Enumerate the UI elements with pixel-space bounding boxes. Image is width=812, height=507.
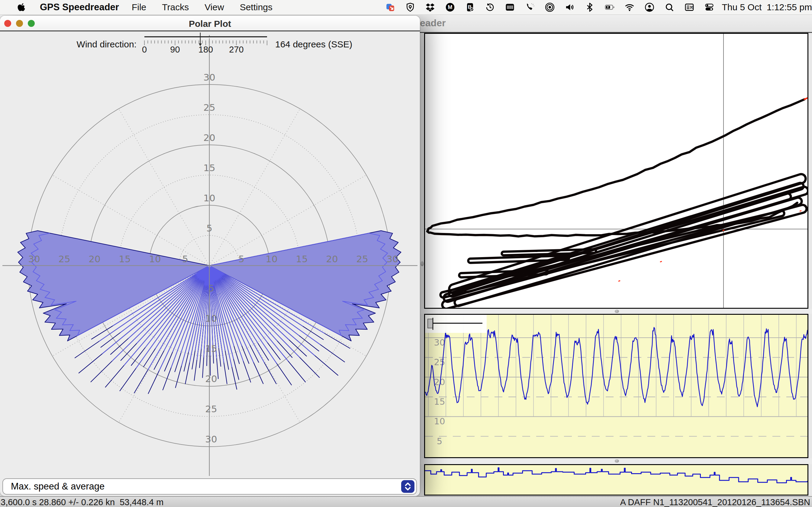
svg-text:5: 5 (208, 283, 214, 294)
menu-file[interactable]: File (132, 2, 146, 12)
svg-text:15: 15 (296, 253, 308, 264)
dropdown-stepper[interactable] (401, 480, 414, 493)
svg-text:⌘: ⌘ (689, 5, 693, 10)
svg-text:0: 0 (142, 45, 147, 54)
active-app-name[interactable]: GPS Speedreader (40, 2, 119, 13)
battery-icon[interactable] (604, 2, 615, 13)
shield-icon[interactable] (405, 2, 416, 13)
plot-mode-dropdown[interactable]: Max. speed & average (2, 478, 417, 495)
dropbox-icon[interactable] (425, 2, 436, 13)
svg-text:180: 180 (198, 45, 213, 54)
window-title: Polar Plot (0, 19, 420, 29)
m-circle-icon[interactable]: M (445, 2, 456, 13)
svg-text:30: 30 (386, 253, 398, 264)
svg-text:10: 10 (205, 313, 217, 324)
polar-window-titlebar[interactable]: Polar Plot (0, 16, 420, 32)
svg-text:25: 25 (58, 253, 70, 264)
polar-plot-canvas[interactable]: 5555101010101515151520202020252525253030… (0, 16, 420, 496)
speed-chart[interactable]: 30252015105 (424, 314, 808, 458)
svg-text:20: 20 (205, 373, 217, 384)
user-icon[interactable] (644, 2, 655, 13)
splitter-handle-dot[interactable] (615, 459, 619, 463)
svg-text:15: 15 (434, 397, 445, 407)
wifi-icon[interactable] (624, 2, 635, 13)
svg-text:20: 20 (326, 253, 338, 264)
svg-text:15: 15 (203, 162, 215, 173)
menu-view[interactable]: View (205, 2, 224, 12)
phone-icon[interactable] (524, 2, 535, 13)
time-machine-icon[interactable] (485, 2, 495, 13)
menu-tracks[interactable]: Tracks (162, 2, 189, 12)
apple-menu-icon[interactable] (16, 2, 27, 13)
paste-check-icon[interactable]: B (465, 2, 475, 13)
horizontal-splitter-1[interactable] (420, 309, 812, 314)
svg-text:270: 270 (229, 45, 244, 54)
vertical-splitter-dot[interactable] (420, 261, 424, 266)
svg-text:5: 5 (206, 223, 212, 234)
status-bar: 3,600.0 s 28.860 +/- 0.226 kn 53,448.4 m… (0, 496, 812, 507)
main-window-title: eader (420, 17, 446, 29)
barcode-icon[interactable] (504, 2, 515, 13)
svg-text:10: 10 (149, 253, 161, 264)
search-icon[interactable] (664, 2, 675, 13)
wind-direction-value: 164 degrees (SSE) (275, 39, 352, 50)
airdrop-icon[interactable] (544, 2, 555, 13)
horizontal-splitter-2[interactable] (420, 458, 812, 464)
keyboard-icon[interactable]: ⌘ (684, 2, 695, 13)
heading-strip-chart[interactable] (424, 464, 808, 496)
svg-text:15: 15 (119, 253, 131, 264)
plot-mode-value: Max. speed & average (11, 479, 105, 494)
svg-text:20: 20 (89, 253, 100, 264)
svg-text:10: 10 (434, 416, 445, 427)
svg-text:15: 15 (205, 343, 217, 354)
app-switcher-icon[interactable] (385, 2, 396, 13)
status-track-stats: 3,600.0 s 28.860 +/- 0.226 kn 53,448.4 m (1, 497, 163, 507)
volume-icon[interactable] (564, 2, 575, 13)
menu-settings[interactable]: Settings (240, 2, 272, 12)
svg-text:20: 20 (203, 132, 215, 143)
svg-text:30: 30 (28, 253, 40, 264)
status-file-name: A DAFF N1_113200541_20120126_113654.SBN (620, 497, 810, 507)
svg-text:25: 25 (356, 253, 368, 264)
svg-text:5: 5 (182, 253, 188, 264)
svg-text:25: 25 (434, 357, 445, 367)
menu-bar-clock[interactable]: Thu 5 Oct 1:12:55 pm (722, 2, 812, 12)
track-plot-canvas (425, 34, 807, 308)
splitter-handle-dot[interactable] (615, 309, 619, 313)
svg-text:10: 10 (265, 253, 277, 264)
track-plot[interactable] (424, 33, 808, 309)
speed-chart-canvas: 30252015105 (425, 315, 807, 457)
svg-text:25: 25 (203, 102, 215, 113)
control-center-icon[interactable] (704, 2, 715, 13)
svg-text:5: 5 (238, 253, 244, 264)
wind-direction-label: Wind direction: (72, 39, 137, 50)
polar-plot-window: 5555101010101515151520202020252525253030… (0, 16, 420, 496)
svg-text:90: 90 (170, 45, 180, 54)
svg-text:30: 30 (203, 72, 215, 83)
svg-text:M: M (448, 4, 452, 10)
svg-text:25: 25 (205, 403, 217, 414)
svg-text:5: 5 (437, 436, 442, 446)
menu-bar: GPS Speedreader FileTracksViewSettings M… (0, 0, 812, 15)
svg-text:30: 30 (205, 434, 217, 445)
heading-strip-canvas (425, 465, 807, 495)
svg-text:10: 10 (203, 192, 215, 204)
bluetooth-icon[interactable] (584, 2, 595, 13)
svg-text:30: 30 (434, 337, 445, 348)
up-down-chevrons-icon (403, 482, 412, 492)
